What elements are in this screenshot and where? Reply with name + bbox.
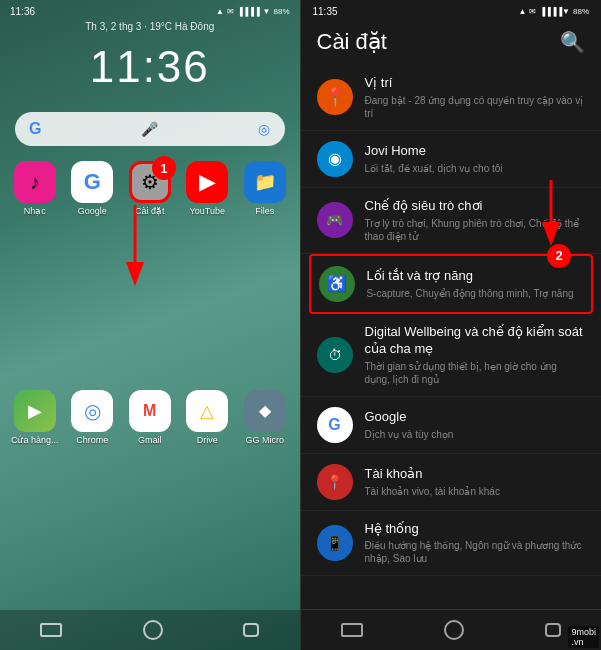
google-logo: G [29, 120, 41, 138]
app-item-gmail[interactable]: M Gmail [125, 390, 175, 611]
accessibility-icon: ♿ [319, 266, 355, 302]
nhac-icon: ♪ [14, 161, 56, 203]
account-desc: Tài khoản vivo, tài khoản khác [365, 485, 586, 498]
game-text: Chế độ siêu trò chơi Trợ lý trò chơi, Kh… [365, 198, 586, 243]
watermark: 9mobi.vn [568, 626, 599, 648]
right-nav-back[interactable] [341, 623, 363, 637]
jovi-name: Jovi Home [365, 143, 586, 160]
nhac-label: Nhạc [24, 206, 46, 216]
right-nav-recent[interactable] [545, 623, 561, 637]
lens-icon: ◎ [258, 121, 270, 137]
right-header: Cài đặt 🔍 [301, 21, 602, 65]
system-text: Hệ thống Điều hướng hệ thống, Ngôn ngữ v… [365, 521, 586, 566]
nav-home[interactable] [143, 620, 163, 640]
settings-search-icon[interactable]: 🔍 [560, 30, 585, 54]
right-nav-home[interactable] [444, 620, 464, 640]
location-desc: Đang bật - 28 ứng dụng có quyền truy cập… [365, 94, 586, 120]
mic-icon: 🎤 [141, 121, 158, 137]
wellbeing-desc: Thời gian sử dụng thiết bị, hẹn giờ cho … [365, 360, 586, 386]
google-icon: G [71, 161, 113, 203]
account-name: Tài khoản [365, 466, 586, 483]
app-item-settings[interactable]: ⚙ 1 Cài đặt [125, 161, 175, 382]
app-item-youtube[interactable]: ▶ YouTube [183, 161, 233, 382]
settings-item-wellbeing[interactable]: ⏱ Digital Wellbeing và chế độ kiểm soát … [301, 314, 602, 397]
right-status-bar: 11:35 ▲ ✉ ▐▐▐▐▼ 88% [301, 0, 602, 21]
left-nav-bar [0, 610, 300, 650]
nav-recent[interactable] [243, 623, 259, 637]
store-label: Cửa hàng... [11, 435, 59, 445]
right-nav-bar [301, 609, 602, 650]
left-time: 11:36 [10, 6, 35, 17]
settings-item-system[interactable]: 📱 Hệ thống Điều hướng hệ thống, Ngôn ngữ… [301, 511, 602, 577]
wellbeing-icon: ⏱ [317, 337, 353, 373]
location-icon: 📍 [317, 79, 353, 115]
youtube-icon: ▶ [186, 161, 228, 203]
accessibility-text: Lối tắt và trợ năng S-capture, Chuyển độ… [367, 268, 584, 300]
step2-circle: 2 [547, 244, 571, 268]
location-name: Vị trí [365, 75, 586, 92]
google-settings-text: Google Dịch vụ và tùy chọn [365, 409, 586, 441]
google-label: Google [78, 206, 107, 216]
wellbeing-text: Digital Wellbeing và chế độ kiểm soát củ… [365, 324, 586, 386]
settings-list: 📍 Vị trí Đang bật - 28 ứng dụng có quyền… [301, 65, 602, 609]
step1-circle: 1 [152, 156, 176, 180]
google-settings-icon: G [317, 407, 353, 443]
settings-icon: ⚙ 1 [129, 161, 171, 203]
system-name: Hệ thống [365, 521, 586, 538]
account-icon: 📍 [317, 464, 353, 500]
left-phone-panel: 11:36 ▲ ✉ ▐▐▐▐ ▼ 88% Th 3, 2 thg 3 · 19°… [0, 0, 300, 650]
settings-item-accessibility[interactable]: 2 ♿ Lối tắt và trợ năng S-capture, Chuyể… [309, 254, 594, 314]
drive-icon: △ [186, 390, 228, 432]
location-text: Vị trí Đang bật - 28 ứng dụng có quyền t… [365, 75, 586, 120]
files-label: Files [255, 206, 274, 216]
jovi-desc: Lối tắt, đề xuất, dịch vụ cho tôi [365, 162, 586, 175]
nav-back[interactable] [40, 623, 62, 637]
gmail-label: Gmail [138, 435, 162, 445]
left-status-icons: ▲ ✉ ▐▐▐▐ ▼ 88% [216, 7, 290, 16]
store-icon: ▶ [14, 390, 56, 432]
app-item-drive[interactable]: △ Drive [183, 390, 233, 611]
drive-label: Drive [197, 435, 218, 445]
google-settings-desc: Dịch vụ và tùy chọn [365, 428, 586, 441]
settings-item-account[interactable]: 📍 Tài khoản Tài khoản vivo, tài khoản kh… [301, 454, 602, 511]
system-desc: Điều hướng hệ thống, Ngôn ngữ và phương … [365, 539, 586, 565]
app-item-nhac[interactable]: ♪ Nhạc [10, 161, 60, 382]
ggmicro-label: GG Micro [245, 435, 284, 445]
app-item-chrome[interactable]: ◎ Chrome [68, 390, 118, 611]
gmail-icon: M [129, 390, 171, 432]
settings-item-google[interactable]: G Google Dịch vụ và tùy chọn [301, 397, 602, 454]
right-status-icons: ▲ ✉ ▐▐▐▐▼ 88% [518, 7, 589, 16]
left-clock: 11:36 [0, 34, 300, 112]
app-item-files[interactable]: 📁 Files [240, 161, 290, 382]
youtube-label: YouTube [190, 206, 225, 216]
app-item-ggmicro[interactable]: ◆ GG Micro [240, 390, 290, 611]
accessibility-name: Lối tắt và trợ năng [367, 268, 584, 285]
search-bar[interactable]: G 🎤 ◎ [15, 112, 285, 146]
game-desc: Trợ lý trò chơi, Khung phiên trò chơi, C… [365, 217, 586, 243]
chrome-label: Chrome [76, 435, 108, 445]
left-status-bar: 11:36 ▲ ✉ ▐▐▐▐ ▼ 88% [0, 0, 300, 19]
system-icon: 📱 [317, 525, 353, 561]
files-icon: 📁 [244, 161, 286, 203]
right-phone-panel: 11:35 ▲ ✉ ▐▐▐▐▼ 88% Cài đặt 🔍 📍 Vị trí Đ… [301, 0, 602, 650]
settings-label: Cài đặt [135, 206, 165, 216]
game-icon: 🎮 [317, 202, 353, 238]
chrome-icon: ◎ [71, 390, 113, 432]
jovi-text: Jovi Home Lối tắt, đề xuất, dịch vụ cho … [365, 143, 586, 175]
app-grid: ♪ Nhạc G Google ⚙ 1 Cài đặt ▶ YouTube 📁 … [0, 161, 300, 610]
settings-item-jovi[interactable]: ◉ Jovi Home Lối tắt, đề xuất, dịch vụ ch… [301, 131, 602, 188]
settings-title: Cài đặt [317, 29, 387, 55]
google-settings-name: Google [365, 409, 586, 426]
right-time: 11:35 [313, 6, 338, 17]
app-item-store[interactable]: ▶ Cửa hàng... [10, 390, 60, 611]
ggmicro-icon: ◆ [244, 390, 286, 432]
app-item-google[interactable]: G Google [68, 161, 118, 382]
wellbeing-name: Digital Wellbeing và chế độ kiểm soát củ… [365, 324, 586, 358]
jovi-icon: ◉ [317, 141, 353, 177]
account-text: Tài khoản Tài khoản vivo, tài khoản khác [365, 466, 586, 498]
settings-item-location[interactable]: 📍 Vị trí Đang bật - 28 ứng dụng có quyền… [301, 65, 602, 131]
left-date: Th 3, 2 thg 3 · 19°C Hà Đông [0, 19, 300, 34]
game-name: Chế độ siêu trò chơi [365, 198, 586, 215]
accessibility-desc: S-capture, Chuyển động thông minh, Trợ n… [367, 287, 584, 300]
